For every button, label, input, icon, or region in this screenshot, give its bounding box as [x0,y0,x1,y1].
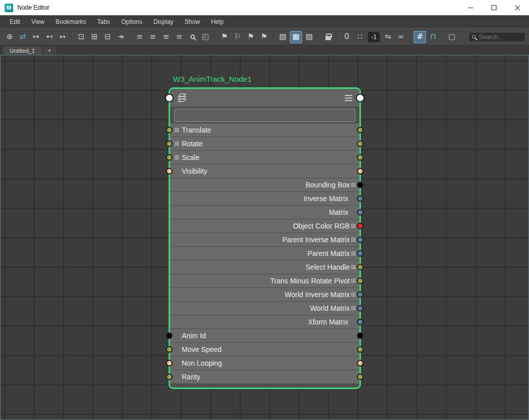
menu-bookmarks[interactable]: Bookmarks [50,15,91,28]
add-selected-nodes-icon[interactable]: ⊞ [88,31,101,43]
node-row-world-matrix[interactable]: World Matrix⊞ [170,302,359,315]
node-row-visibility[interactable]: Visibility [170,165,359,178]
node-row-parent-inverse-matrix[interactable]: Parent Inverse Matrix⊞ [170,233,359,246]
infinite-depth-icon[interactable]: ∞ [395,31,407,43]
close-button[interactable] [506,0,529,15]
output-socket[interactable] [357,319,363,326]
menu-tabs[interactable]: Tabs [92,15,116,28]
sync-graph-icon[interactable]: ⇄ [17,31,29,43]
frame-selection-icon[interactable]: ⊡ [75,31,87,43]
node-editor-canvas[interactable]: W3_AnimTrack_Node1 ⊞Translate⊞Rotate⊞Sca… [0,55,529,420]
node-menu-icon[interactable] [345,95,352,101]
output-socket[interactable] [357,374,363,380]
node-row-anim-id[interactable]: Anim Id [170,329,359,342]
input-socket[interactable] [166,360,173,367]
output-socket[interactable] [357,360,363,367]
output-socket[interactable] [357,168,363,175]
node-row-move-speed[interactable]: Move Speed [170,343,359,356]
remove-selected-nodes-icon[interactable]: ⊟ [102,31,114,43]
display-no-attributes-icon[interactable]: ≡ [134,31,146,43]
output-socket[interactable] [357,333,363,339]
graph-output-connections-icon[interactable]: ↤ [43,31,55,43]
expand-shell-icon[interactable]: ⇋ [382,31,394,43]
display-simple-mode-icon[interactable]: ≡ [147,31,159,43]
show-shapes-icon[interactable]: ▧ [277,31,289,43]
snap-to-grid-icon[interactable]: ⊓ [427,31,439,43]
zoom-icon[interactable] [186,31,199,43]
display-all-mode-icon[interactable]: ≡ [173,31,185,43]
node-name-field[interactable] [174,109,355,122]
add-tab-button[interactable]: + [43,46,56,55]
input-socket[interactable] [166,168,173,175]
search-box[interactable] [469,32,525,42]
output-socket[interactable] [357,250,363,257]
node-header[interactable] [170,89,359,107]
menu-help[interactable]: Help [206,15,229,28]
menu-show[interactable]: Show [179,15,206,28]
node-row-parent-matrix[interactable]: Parent Matrix⊞ [170,247,359,260]
expand-icon[interactable]: ⊞ [351,264,356,270]
display-connected-mode-icon[interactable]: ≡ [160,31,172,43]
output-socket[interactable] [357,346,363,353]
graph-all-connections-icon[interactable]: ↔ [56,31,69,43]
select-downstream-icon[interactable]: ↠ [115,31,127,43]
output-socket[interactable] [357,292,363,298]
node-row-world-inverse-matrix[interactable]: World Inverse Matrix⊞ [170,288,359,301]
node-row-select-handle[interactable]: Select Handle⊞ [170,261,359,274]
menu-display[interactable]: Display [148,15,179,28]
expand-icon[interactable]: ⊞ [351,292,356,298]
graph-input-connections-icon[interactable]: ↦ [30,31,42,43]
node-row-rotate[interactable]: ⊞Rotate [170,137,359,150]
create-bookmark-icon[interactable]: ⚑ [218,31,230,43]
node-row-non-looping[interactable]: Non Looping [170,357,359,370]
output-socket[interactable] [357,209,363,216]
search-input[interactable] [479,34,522,41]
output-socket[interactable] [357,237,363,243]
pin-nodes-icon[interactable]: ▦ [290,31,302,43]
unpin-nodes-icon[interactable]: ▨ [303,31,315,43]
expand-icon[interactable]: ⊞ [174,127,182,133]
node-row-trans-minus-rotate-pivot[interactable]: Trans Minus Rotate Pivot⊞ [170,274,359,287]
expand-icon[interactable]: ⊞ [351,278,356,284]
input-socket[interactable] [166,346,173,353]
maximize-button[interactable] [482,0,506,15]
output-socket[interactable] [357,141,363,147]
node-row-scale[interactable]: ⊞Scale [170,151,359,164]
expand-icon[interactable]: ⊞ [351,305,356,311]
output-socket[interactable] [357,196,363,202]
node-input-socket[interactable] [165,93,174,102]
expand-icon[interactable]: ⊞ [351,250,356,256]
node-row-bounding-box[interactable]: Bounding Box⊞ [170,178,359,191]
node-w3-animtrack-node1[interactable]: ⊞Translate⊞Rotate⊞ScaleVisibilityBoundin… [169,87,361,389]
next-bookmark-icon[interactable]: ⚑ [258,31,270,43]
frame-all-icon[interactable]: ◰ [200,31,212,43]
previous-bookmark-icon[interactable]: ⚑ [245,31,257,43]
extend-region-icon[interactable]: ▢ [446,31,458,43]
expand-icon[interactable]: ⊞ [351,182,356,188]
node-row-rarity[interactable]: Rarity [170,370,359,383]
menu-edit[interactable]: Edit [4,15,26,28]
input-socket[interactable] [166,374,173,380]
menu-view[interactable]: View [26,15,50,28]
grid-toggle-icon[interactable]: # [414,31,426,43]
expand-icon[interactable]: ⊞ [174,154,182,160]
node-row-inverse-matrix[interactable]: Inverse Matrix [170,192,359,205]
output-socket[interactable] [357,305,363,312]
menu-options[interactable]: Options [116,15,148,28]
output-socket[interactable] [357,223,363,230]
node-row-translate[interactable]: ⊞Translate [170,123,359,137]
zero-traversal-depth-icon[interactable]: 0 [341,31,353,43]
edit-bookmarks-icon[interactable]: ⚐ [232,31,244,43]
tab-untitled-1[interactable]: Untitled_1 [3,46,42,55]
node-row-matrix[interactable]: Matrix [170,206,359,219]
output-socket[interactable] [357,182,363,188]
input-socket[interactable] [166,141,173,147]
expand-icon[interactable]: ⊞ [174,141,182,147]
node-row-xform-matrix[interactable]: Xform Matrix [170,315,359,329]
node-output-socket[interactable] [356,93,365,102]
lock-unlock-attributes-icon[interactable] [322,31,334,43]
node-row-object-color-rgb[interactable]: Object Color RGB⊞ [170,219,359,233]
output-socket[interactable] [357,278,363,284]
input-socket[interactable] [166,127,173,134]
output-socket[interactable] [357,264,363,271]
